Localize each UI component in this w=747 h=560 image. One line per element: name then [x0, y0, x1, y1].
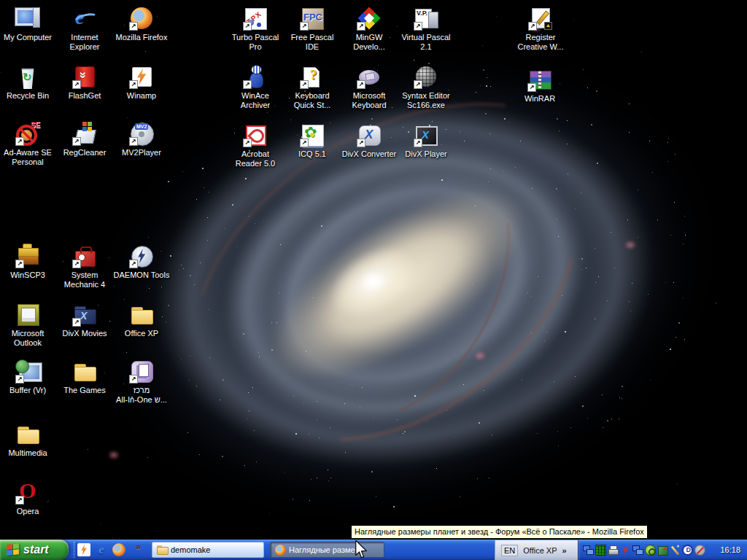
desktop-icon-label: Microsoft Keyboard: [338, 91, 400, 110]
desktop-icon-label: RegCleaner: [54, 148, 115, 158]
keyboard-quickstart-glyph: ?: [310, 67, 317, 83]
language-indicator[interactable]: EN: [501, 545, 518, 556]
desktop-icon-the-games[interactable]: The Games: [54, 359, 115, 395]
desktop-icon-internet-explorer[interactable]: eInternet Explorer: [54, 6, 115, 52]
desktop-icon-syntax-editor[interactable]: ↗Syntax Editor Sc166.exe: [395, 64, 457, 110]
syntax-editor-icon: ↗: [414, 64, 438, 89]
desktop-icon-opera[interactable]: O↗Opera: [0, 480, 58, 516]
desktop-icon-winrar[interactable]: ↗WinRAR: [509, 67, 570, 104]
desktop-icon-label: Free Pascal IDE: [282, 33, 343, 52]
desktop-icon-mingw-developer[interactable]: ↗MinGW Develo...: [338, 6, 400, 52]
desktop-icon-winace-archiver[interactable]: ↗WinAce Archiver: [225, 64, 286, 110]
taskbar-clock[interactable]: 16:18: [720, 545, 747, 554]
shortcut-arrow-icon: ↗: [357, 22, 365, 31]
desktop-icon-system-mechanic[interactable]: ↗System Mechanic 4: [54, 244, 115, 289]
quick-launch-firefox-icon[interactable]: [112, 543, 125, 556]
antivirus-tray-icon[interactable]: [657, 545, 668, 556]
shortcut-arrow-icon: ↗: [414, 139, 422, 147]
regcleaner-icon: ↗: [72, 121, 97, 146]
desktop-icon-keyboard-quickstart[interactable]: ?↗Keyboard Quick St...: [282, 64, 343, 110]
winace-archiver-icon: ↗: [243, 64, 268, 89]
desktop-icon-icq[interactable]: ✿↗ICQ 5.1: [282, 122, 343, 159]
free-pascal-ide-icon: FPC↗: [300, 6, 325, 31]
desktop-screen: My ComputereInternet Explorer↗Mozilla Fi…: [0, 0, 747, 560]
taskbar-button-label: Наглядные разме...: [289, 545, 362, 554]
desktop-icon-divx-movies[interactable]: X↗DivX Movies: [54, 302, 115, 338]
desktop-icon-label: Acrobat Reader 5.0: [225, 149, 286, 168]
recycle-bin-glyph: ↻: [23, 71, 32, 84]
folder-icon: [157, 545, 168, 554]
desktop-icon-label: DAEMON Tools: [111, 271, 172, 280]
flashget-icon: »↗: [72, 64, 97, 89]
nvidia-settings-tray-icon[interactable]: [645, 545, 656, 556]
desktop-icon-winscp3[interactable]: ↗WinSCP3: [0, 244, 58, 280]
desktop-icon-free-pascal-ide[interactable]: FPC↗Free Pascal IDE: [282, 6, 343, 52]
divx-movies-glyph: X: [80, 310, 87, 322]
desktop-icon-mv2player[interactable]: MV2↗MV2Player: [111, 121, 172, 158]
magic-wand-tray-icon[interactable]: [670, 545, 681, 556]
desktop-icon-ad-aware-se[interactable]: SE↗Ad-Aware SE Personal: [0, 121, 58, 167]
quick-launch-winamp-icon[interactable]: [77, 543, 90, 556]
desktop-icon-microsoft-keyboard[interactable]: ↗Microsoft Keyboard: [338, 64, 400, 110]
shortcut-arrow-icon: ↗: [72, 318, 81, 327]
multimedia-icon: [15, 421, 40, 446]
start-button[interactable]: start: [0, 540, 69, 560]
microsoft-keyboard-icon: ↗: [357, 64, 382, 89]
taskbar-button-demomake[interactable]: demomake: [152, 542, 264, 558]
desktop-icon-register-creative[interactable]: ↗Register Creative W...: [510, 6, 571, 52]
desktop-icon-virtual-pascal[interactable]: V.P.↗Virtual Pascal 2.1: [395, 6, 457, 52]
processes-grid-tray-icon[interactable]: [595, 545, 606, 556]
buffer-vr-icon: ↗: [15, 359, 40, 384]
desktop-icon-mozilla-firefox[interactable]: ↗Mozilla Firefox: [111, 6, 172, 42]
all-in-one-icon: ↗: [129, 359, 154, 384]
desktop-icon-buffer-vr[interactable]: ↗Buffer (Vr): [0, 359, 58, 395]
desktop-icon-regcleaner[interactable]: ↗RegCleaner: [54, 121, 115, 158]
system-tray: 16:18: [578, 540, 747, 560]
quick-launch-overflow-chevron[interactable]: »: [136, 541, 141, 552]
desktop-icon-multimedia[interactable]: Multimedia: [0, 421, 58, 458]
shortcut-arrow-icon: ↗: [15, 137, 24, 146]
desktop-icon-acrobat-reader[interactable]: ↗Acrobat Reader 5.0: [225, 122, 286, 168]
desktop-icon-all-in-one[interactable]: ↗מרכז All-In-One ש...: [111, 359, 172, 405]
language-office-label[interactable]: Office XP: [523, 546, 557, 555]
divx-converter-icon: X↗: [357, 122, 382, 147]
taskbar-button-label: demomake: [171, 545, 210, 554]
desktop-icon-my-computer[interactable]: My Computer: [0, 6, 58, 42]
the-games-icon: [72, 359, 97, 384]
windows-logo-icon: [7, 543, 20, 557]
desktop-icon-label: DivX Movies: [54, 329, 115, 338]
firefox-icon: [275, 545, 286, 556]
divx-movies-icon: X↗: [72, 302, 97, 327]
language-chevron[interactable]: »: [562, 546, 567, 555]
flashget-glyph: »: [76, 71, 90, 78]
desktop-icon-winamp[interactable]: ↗Winamp: [111, 64, 172, 101]
desktop-icon-label: ICQ 5.1: [282, 149, 343, 159]
volume-muted-tray-icon[interactable]: [694, 545, 705, 556]
desktop-icon-flashget[interactable]: »↗FlashGet: [54, 64, 115, 101]
ad-aware-se-glyph: SE: [31, 121, 40, 129]
taskbar-button-firefox[interactable]: Наглядные разме...: [270, 542, 384, 558]
internet-explorer-glyph: e: [75, 6, 84, 29]
desktop-icon-divx-converter[interactable]: X↗DivX Converter: [338, 122, 400, 159]
shortcut-arrow-icon: ↗: [300, 22, 309, 31]
desktop-icon-label: DivX Player: [395, 149, 457, 159]
shortcut-arrow-icon: ↗: [300, 139, 309, 147]
network-2-tray-icon[interactable]: [632, 545, 643, 556]
desktop-icon-divx-player[interactable]: X↗DivX Player: [395, 122, 457, 159]
daemon-tools-tray-icon[interactable]: [682, 545, 693, 556]
shortcut-arrow-icon: ↗: [414, 22, 422, 31]
desktop-icon-label: Multimedia: [0, 448, 58, 458]
desktop-icon-turbo-pascal-pro[interactable]: TPX↗Turbo Pascal Pro: [225, 6, 286, 52]
printer-tray-icon[interactable]: [608, 545, 619, 556]
desktop-icon-daemon-tools[interactable]: ↗DAEMON Tools: [111, 244, 172, 280]
desktop-icon-recycle-bin[interactable]: ↻Recycle Bin: [0, 64, 58, 101]
desktop-icon-office-xp[interactable]: Office XP: [111, 302, 172, 338]
quick-launch-internet-explorer-icon[interactable]: [95, 543, 108, 556]
shortcut-arrow-icon: ↗: [528, 22, 537, 31]
mingw-developer-icon: ↗: [357, 6, 382, 31]
desktop-icon-microsoft-outlook[interactable]: Microsoft Outlook: [0, 302, 58, 348]
icq-icon: ✿↗: [300, 122, 325, 147]
flashget-tray-icon[interactable]: [620, 545, 631, 556]
language-bar: EN Office XP »: [495, 540, 578, 560]
network-tray-icon[interactable]: [583, 545, 594, 556]
